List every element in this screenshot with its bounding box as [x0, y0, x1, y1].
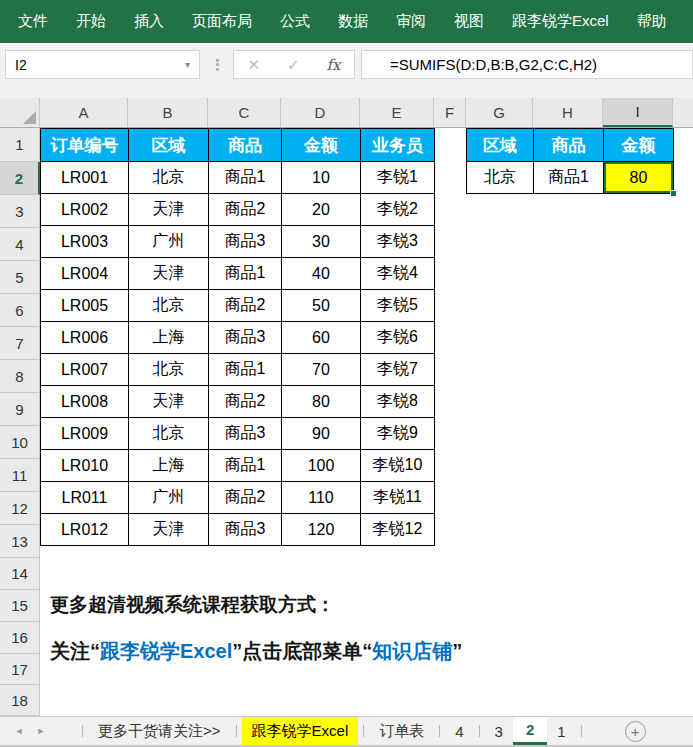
row-header-6[interactable]: 6	[0, 294, 40, 327]
cell-a3[interactable]: LR002	[41, 194, 129, 226]
header-cell[interactable]: 商品	[534, 129, 604, 162]
header-cell[interactable]: 业务员	[361, 129, 435, 162]
cell-e11[interactable]: 李锐10	[361, 450, 435, 482]
cell-a9[interactable]: LR008	[41, 386, 129, 418]
cell-b2[interactable]: 北京	[129, 162, 209, 194]
cell-e9[interactable]: 李锐8	[361, 386, 435, 418]
cell-d7[interactable]: 60	[282, 322, 361, 354]
formula-input[interactable]: =SUMIFS(D:D,B:B,G2,C:C,H2)	[361, 50, 693, 79]
chevron-down-icon[interactable]: ▾	[185, 59, 199, 70]
cell-h2[interactable]: 商品1	[534, 162, 604, 194]
header-cell[interactable]: 区域	[467, 129, 534, 162]
cell-b5[interactable]: 天津	[129, 258, 209, 290]
cell-c10[interactable]: 商品3	[209, 418, 282, 450]
name-box[interactable]: I2 ▾	[5, 50, 200, 79]
row-header-9[interactable]: 9	[0, 393, 40, 426]
cell-a2[interactable]: LR001	[41, 162, 129, 194]
row-header-2-selected[interactable]: 2	[0, 162, 40, 195]
cell-e4[interactable]: 李锐3	[361, 226, 435, 258]
row-header-8[interactable]: 8	[0, 360, 40, 393]
cell-a11[interactable]: LR010	[41, 450, 129, 482]
cell-c6[interactable]: 商品2	[209, 290, 282, 322]
select-all-button[interactable]	[0, 98, 40, 127]
cell-c4[interactable]: 商品3	[209, 226, 282, 258]
cell-d2[interactable]: 10	[282, 162, 361, 194]
cell-c5[interactable]: 商品1	[209, 258, 282, 290]
column-header-b[interactable]: B	[128, 98, 208, 127]
ribbon-tab-insert[interactable]: 插入	[134, 12, 164, 31]
ribbon-tab-home[interactable]: 开始	[76, 12, 106, 31]
sheet-tab-2-active[interactable]: 2	[513, 717, 547, 745]
cell-d8[interactable]: 70	[282, 354, 361, 386]
row-header-10[interactable]: 10	[0, 426, 40, 459]
column-header-i-selected[interactable]: I	[603, 98, 673, 127]
cell-d3[interactable]: 20	[282, 194, 361, 226]
sheet-tab-4[interactable]: 4	[445, 717, 473, 745]
cell-a12[interactable]: LR011	[41, 482, 129, 514]
row-header-7[interactable]: 7	[0, 327, 40, 360]
ribbon-tab-data[interactable]: 数据	[338, 12, 368, 31]
cell-d13[interactable]: 120	[282, 514, 361, 546]
cell-c2[interactable]: 商品1	[209, 162, 282, 194]
header-cell[interactable]: 区域	[129, 129, 209, 162]
fill-handle[interactable]	[670, 190, 677, 197]
row-header-15[interactable]: 15	[0, 590, 40, 622]
column-header-c[interactable]: C	[208, 98, 281, 127]
cell-c3[interactable]: 商品2	[209, 194, 282, 226]
cell-e13[interactable]: 李锐12	[361, 514, 435, 546]
cell-e7[interactable]: 李锐6	[361, 322, 435, 354]
header-cell[interactable]: 金额	[604, 129, 674, 162]
cell-e8[interactable]: 李锐7	[361, 354, 435, 386]
cell-c13[interactable]: 商品3	[209, 514, 282, 546]
cell-d5[interactable]: 40	[282, 258, 361, 290]
cancel-icon[interactable]: ✕	[247, 56, 260, 74]
column-header-d[interactable]: D	[281, 98, 360, 127]
cell-d9[interactable]: 80	[282, 386, 361, 418]
column-header-f[interactable]: F	[434, 98, 466, 127]
ribbon-tab-file[interactable]: 文件	[18, 12, 48, 31]
cell-b10[interactable]: 北京	[129, 418, 209, 450]
cell-d6[interactable]: 50	[282, 290, 361, 322]
row-header-5[interactable]: 5	[0, 261, 40, 294]
column-header-a[interactable]: A	[40, 98, 128, 127]
sheet-nav-prev-icon[interactable]: ◄	[8, 717, 30, 745]
header-cell[interactable]: 商品	[209, 129, 282, 162]
row-header-1[interactable]: 1	[0, 128, 40, 162]
cell-c9[interactable]: 商品2	[209, 386, 282, 418]
cell-b13[interactable]: 天津	[129, 514, 209, 546]
ribbon-tab-review[interactable]: 审阅	[396, 12, 426, 31]
cell-a7[interactable]: LR006	[41, 322, 129, 354]
sheet-nav-next-icon[interactable]: ►	[30, 717, 52, 745]
row-header-18[interactable]: 18	[0, 685, 40, 716]
cell-e12[interactable]: 李锐11	[361, 482, 435, 514]
enter-icon[interactable]: ✓	[287, 56, 300, 74]
cell-a4[interactable]: LR003	[41, 226, 129, 258]
cell-b11[interactable]: 上海	[129, 450, 209, 482]
column-header-g[interactable]: G	[466, 98, 533, 127]
cell-b4[interactable]: 广州	[129, 226, 209, 258]
cell-b12[interactable]: 广州	[129, 482, 209, 514]
sheet-tab-order-list[interactable]: 订单表	[369, 717, 434, 745]
add-sheet-icon[interactable]: +	[625, 721, 646, 742]
column-header-h[interactable]: H	[533, 98, 603, 127]
cell-a8[interactable]: LR007	[41, 354, 129, 386]
active-cell-i2[interactable]: 80	[604, 162, 674, 194]
cell-c11[interactable]: 商品1	[209, 450, 282, 482]
cell-b9[interactable]: 天津	[129, 386, 209, 418]
ribbon-tab-formulas[interactable]: 公式	[280, 12, 310, 31]
row-header-4[interactable]: 4	[0, 228, 40, 261]
cell-b8[interactable]: 北京	[129, 354, 209, 386]
row-header-12[interactable]: 12	[0, 492, 40, 525]
row-header-3[interactable]: 3	[0, 195, 40, 228]
cell-e2[interactable]: 李锐1	[361, 162, 435, 194]
row-header-11[interactable]: 11	[0, 459, 40, 492]
sheet-tab-more-tips[interactable]: 更多干货请关注>>	[88, 717, 231, 745]
ribbon-tab-page-layout[interactable]: 页面布局	[192, 12, 252, 31]
ribbon-tab-custom[interactable]: 跟李锐学Excel	[512, 12, 609, 31]
row-header-17[interactable]: 17	[0, 654, 40, 685]
cell-d10[interactable]: 90	[282, 418, 361, 450]
row-header-14[interactable]: 14	[0, 558, 40, 590]
cell-d12[interactable]: 110	[282, 482, 361, 514]
cell-e5[interactable]: 李锐4	[361, 258, 435, 290]
column-header-e[interactable]: E	[360, 98, 434, 127]
